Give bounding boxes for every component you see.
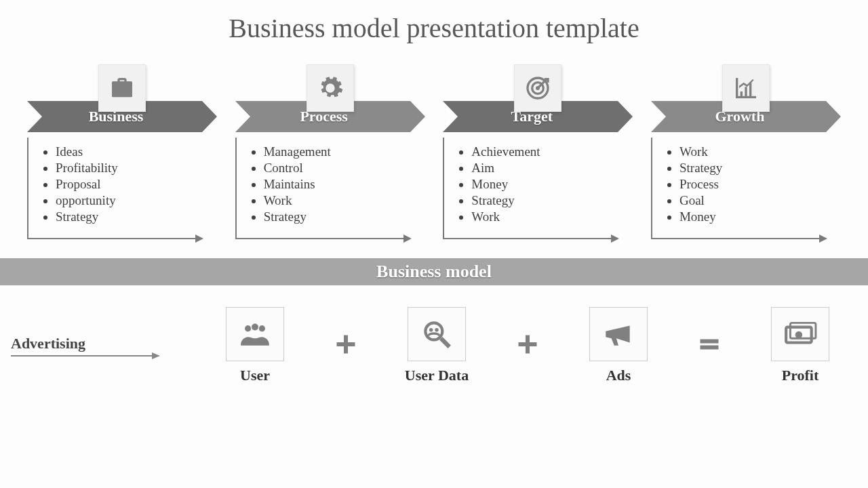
svg-point-8 (252, 324, 258, 331)
column-list: Achievement Aim Money Strategy Work (456, 144, 612, 224)
list-item: Maintains (264, 177, 405, 192)
users-icon (226, 307, 284, 361)
search-users-icon (408, 307, 466, 361)
briefcase-icon (98, 64, 146, 112)
column-business: Business Ideas Profitability Proposal op… (27, 64, 217, 239)
chart-icon (722, 64, 770, 112)
list-item: Strategy (471, 193, 612, 208)
list-item: Ideas (56, 144, 197, 159)
column-list: Ideas Profitability Proposal opportunity… (41, 144, 197, 224)
model-sequence: User User Data Ads Profit (153, 307, 841, 384)
column-growth: Growth Work Strategy Process Goal Money (651, 64, 841, 239)
model-caption: User (214, 367, 296, 384)
svg-rect-14 (701, 346, 719, 350)
list-item: Goal (679, 193, 821, 208)
svg-rect-13 (701, 340, 719, 344)
svg-point-11 (429, 328, 433, 331)
list-item: Strategy (264, 209, 405, 224)
plus-icon (511, 332, 545, 359)
megaphone-icon (589, 307, 648, 361)
model-caption: User Data (396, 367, 477, 384)
svg-point-7 (245, 325, 251, 331)
money-icon (771, 307, 829, 361)
list-item: Aim (471, 161, 612, 176)
svg-point-9 (259, 325, 265, 331)
target-icon (514, 64, 561, 112)
advertising-label: Advertising (11, 335, 153, 357)
column-list-frame: Ideas Profitability Proposal opportunity… (27, 138, 197, 239)
list-item: Proposal (56, 177, 197, 192)
list-item: Control (264, 161, 405, 176)
svg-point-10 (425, 323, 442, 340)
columns-row: Business Ideas Profitability Proposal op… (0, 44, 868, 239)
gear-icon (307, 64, 354, 112)
column-target: Target Achievement Aim Money Strategy Wo… (443, 64, 633, 239)
svg-point-12 (435, 328, 438, 331)
model-caption: Ads (578, 367, 659, 384)
column-list: Work Strategy Process Goal Money (665, 144, 821, 224)
list-item: Management (264, 144, 405, 159)
list-item: Profitability (56, 161, 197, 176)
column-list-frame: Work Strategy Process Goal Money (651, 138, 821, 239)
model-item-userdata: User Data (396, 307, 477, 384)
list-item: Money (679, 209, 821, 224)
list-item: Process (679, 177, 821, 192)
model-item-ads: Ads (578, 307, 659, 384)
list-item: Money (471, 177, 612, 192)
model-item-user: User (214, 307, 296, 384)
list-item: Strategy (56, 209, 197, 224)
arrow-icon (11, 355, 153, 357)
list-item: Work (679, 144, 821, 159)
list-item: opportunity (56, 193, 197, 208)
equals-icon (692, 332, 726, 359)
list-item: Work (264, 193, 405, 208)
list-item: Work (471, 209, 612, 224)
section-bar: Business model (0, 258, 868, 285)
column-list-frame: Management Control Maintains Work Strate… (235, 138, 405, 239)
column-process: Process Management Control Maintains Wor… (235, 64, 425, 239)
plus-icon (329, 332, 363, 359)
model-item-profit: Profit (760, 307, 841, 384)
svg-point-16 (795, 331, 802, 338)
column-list-frame: Achievement Aim Money Strategy Work (443, 138, 612, 239)
list-item: Achievement (471, 144, 612, 159)
list-item: Strategy (679, 161, 821, 176)
column-list: Management Control Maintains Work Strate… (249, 144, 405, 224)
model-row: Advertising User User Data Ads (0, 285, 868, 384)
advertising-text: Advertising (11, 335, 153, 352)
model-caption: Profit (760, 367, 841, 384)
page-title: Business model presentation template (0, 0, 868, 44)
